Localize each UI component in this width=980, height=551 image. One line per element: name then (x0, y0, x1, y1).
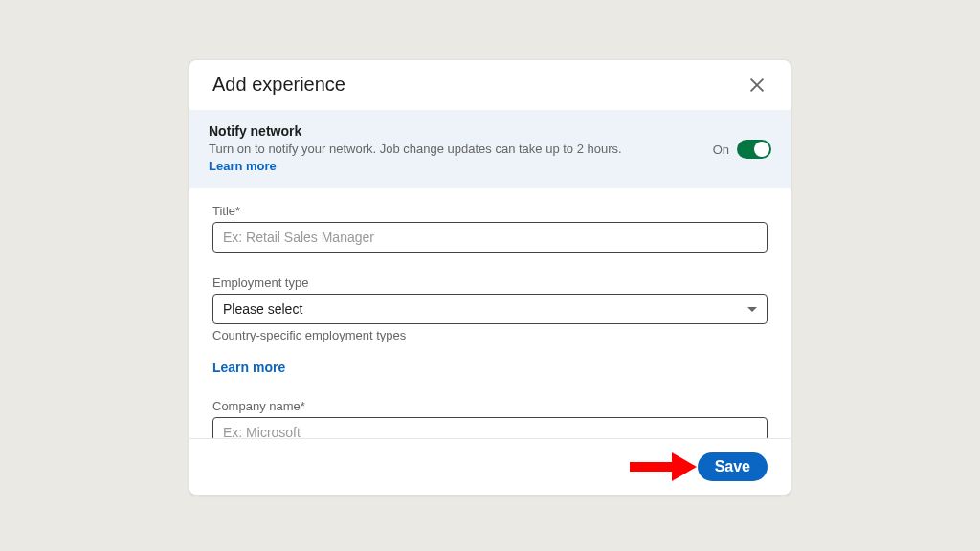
notify-learn-more-link[interactable]: Learn more (209, 159, 277, 173)
company-section: Company name* (189, 376, 791, 438)
notify-subtitle: Turn on to notify your network. Job chan… (209, 141, 649, 175)
save-button[interactable]: Save (698, 452, 768, 481)
employment-type-select[interactable]: Please select (212, 294, 768, 324)
title-label: Title* (212, 204, 768, 218)
add-experience-modal: Add experience Notify network Turn on to… (189, 59, 791, 496)
title-section: Title* (189, 188, 791, 253)
notify-network-panel: Notify network Turn on to notify your ne… (189, 110, 791, 188)
modal-title: Add experience (212, 74, 345, 96)
notify-title: Notify network (209, 123, 649, 139)
svg-marker-3 (672, 452, 697, 481)
close-icon[interactable] (746, 75, 768, 96)
toggle-knob (754, 142, 769, 157)
svg-rect-2 (630, 462, 672, 472)
company-label: Company name* (212, 399, 768, 413)
modal-footer: Save (189, 438, 791, 495)
title-input[interactable] (212, 222, 768, 253)
employment-type-value: Please select (223, 301, 302, 317)
chevron-down-icon (747, 307, 757, 312)
modal-header: Add experience (189, 60, 791, 109)
notify-text: Notify network Turn on to notify your ne… (209, 123, 649, 175)
company-input[interactable] (212, 417, 768, 438)
toggle-state-label: On (713, 143, 729, 157)
employment-type-section: Employment type Please select Country-sp… (189, 253, 791, 376)
modal-body[interactable]: Notify network Turn on to notify your ne… (189, 109, 791, 438)
employment-type-learn-more-link[interactable]: Learn more (212, 360, 285, 375)
notify-subtitle-text: Turn on to notify your network. Job chan… (209, 142, 622, 156)
notify-toggle-group: On (713, 140, 771, 159)
employment-type-label: Employment type (212, 276, 768, 290)
notify-toggle[interactable] (737, 140, 771, 159)
pointer-arrow-icon (630, 452, 697, 481)
employment-type-helper: Country-specific employment types (212, 328, 768, 342)
